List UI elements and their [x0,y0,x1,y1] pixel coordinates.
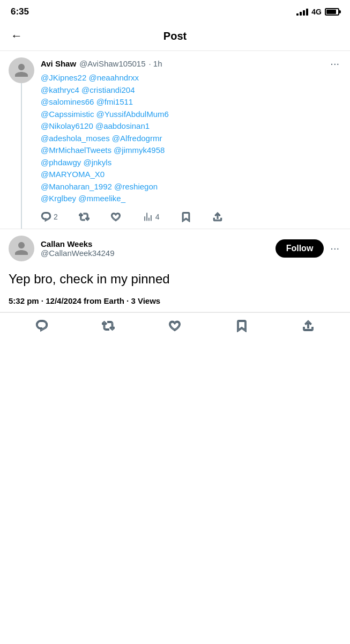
retweet-icon [79,211,90,222]
bottom-like-action[interactable] [168,319,181,334]
avatar-person-icon [13,62,29,78]
main-tweet-body: Yep bro, check in my pinned 5:32 pm · 12… [0,264,350,313]
bottom-reply-action[interactable] [35,319,48,334]
tweet-actions: 2 4 [41,211,244,222]
original-tweet: Avi Shaw @AviShaw105015 · 1h ··· @JKipne… [0,51,350,229]
tweets-container: Avi Shaw @AviShaw105015 · 1h ··· @JKipne… [0,51,350,341]
tweet-body: @JKipnes22 @neaahndrxx @kathryc4 @cristi… [41,72,341,205]
tweet-meta: Avi Shaw @AviShaw105015 · 1h ··· [41,57,341,70]
reply-icon [41,211,51,222]
reply-handle: @CallanWeek34249 [41,248,115,258]
signal-bars-icon [296,8,308,16]
share-icon [212,211,223,222]
follow-button[interactable]: Follow [275,239,324,258]
status-icons: 4G [296,8,339,16]
bookmark-action[interactable] [181,211,191,222]
tweet-time: · 1h [149,59,162,68]
bottom-reply-icon [35,319,48,332]
reply-more-button[interactable]: ··· [328,242,341,254]
bottom-retweet-icon [102,319,115,332]
tweet-author: Avi Shaw [41,59,76,68]
bottom-share-action[interactable] [302,319,315,334]
bottom-actions [0,312,350,341]
like-icon [110,211,121,222]
tweet-more-button[interactable]: ··· [328,57,341,70]
bottom-bookmark-icon [235,319,248,332]
reply-author: Callan Weeks [41,239,115,248]
reply-count: 2 [54,213,58,221]
tweet-timestamp: 5:32 pm · 12/4/2024 from Earth · 3 Views [9,296,341,305]
bottom-share-icon [302,319,315,332]
retweet-action[interactable] [79,211,90,222]
status-time: 6:35 [11,6,29,17]
reply-meta-left: Callan Weeks @CallanWeek34249 [41,239,115,258]
bottom-like-icon [168,319,181,332]
back-button[interactable]: ← [9,27,25,45]
bottom-bookmark-action[interactable] [235,319,248,334]
tweet-content: Avi Shaw @AviShaw105015 · 1h ··· @JKipne… [41,57,341,205]
reply-meta: Callan Weeks @CallanWeek34249 Follow ··· [41,239,341,258]
like-action[interactable] [110,211,121,222]
reply-avatar-person-icon [13,240,29,257]
tweet-meta-left: Avi Shaw @AviShaw105015 · 1h [41,59,162,68]
views-action[interactable]: 4 [143,211,160,222]
back-arrow-icon: ← [11,29,23,42]
status-bar: 6:35 4G [0,0,350,21]
reply-action[interactable]: 2 [41,211,58,222]
reply-avatar [9,236,34,261]
page-header: ← Post [0,21,350,51]
avatar [9,57,34,83]
reply-tweet: Callan Weeks @CallanWeek34249 Follow ··· [0,229,350,261]
battery-icon [325,8,339,16]
page-title: Post [163,30,187,42]
tweet-header: Avi Shaw @AviShaw105015 · 1h ··· @JKipne… [9,57,341,205]
share-action[interactable] [212,211,223,222]
main-tweet-text: Yep bro, check in my pinned [9,270,341,288]
network-label: 4G [311,8,322,16]
bookmark-icon [181,211,191,222]
views-count: 4 [155,213,160,221]
tweet-handle: @AviShaw105015 [79,59,145,68]
views-icon [143,211,153,222]
bottom-retweet-action[interactable] [102,319,115,334]
reply-header: Callan Weeks @CallanWeek34249 Follow ··· [9,236,341,261]
